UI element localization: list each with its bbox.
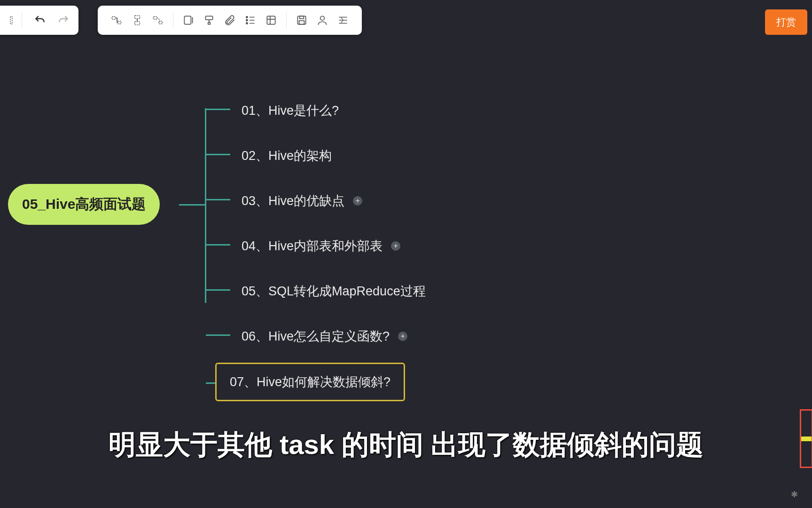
save-icon[interactable] (291, 10, 312, 31)
node-label: 05、SQL转化成MapReduce过程 (242, 283, 426, 300)
connector-line (206, 382, 215, 384)
toolbar-divider (286, 12, 287, 28)
expand-icon[interactable]: + (398, 332, 407, 341)
svg-point-16 (320, 16, 325, 20)
node-label: 06、Hive怎么自定义函数? (242, 328, 390, 345)
svg-rect-7 (184, 16, 191, 24)
user-icon[interactable] (312, 10, 333, 31)
toolbar-divider (22, 12, 22, 28)
attachment-icon[interactable] (219, 10, 240, 31)
svg-point-9 (246, 16, 248, 18)
boundary-icon[interactable] (178, 10, 199, 31)
svg-rect-5 (153, 16, 157, 19)
node-label: 01、Hive是什么? (242, 102, 339, 119)
undo-button[interactable] (30, 10, 50, 31)
connector-line (206, 289, 230, 291)
subtopic-icon[interactable] (106, 10, 127, 31)
connector-line (206, 109, 230, 110)
video-subtitle: 明显大于其他 task 的时间 出现了数据倾斜的问题 (0, 427, 812, 463)
connector-line (179, 204, 206, 206)
svg-rect-2 (117, 21, 121, 24)
connector-line (206, 244, 230, 246)
list-icon[interactable] (240, 10, 261, 31)
expand-icon[interactable]: + (391, 241, 400, 251)
svg-point-11 (246, 23, 248, 24)
tool-truncated-icon[interactable] (3, 10, 14, 31)
svg-point-10 (246, 19, 248, 21)
svg-rect-4 (135, 22, 140, 25)
svg-rect-1 (112, 16, 116, 19)
table-icon[interactable] (261, 10, 281, 31)
connector-line (205, 108, 206, 303)
redo-button[interactable] (53, 10, 74, 31)
svg-rect-0 (10, 16, 12, 24)
node-label: 03、Hive的优缺点 (242, 192, 344, 209)
node-label: 02、Hive的架构 (242, 147, 332, 164)
reward-button[interactable]: 打赏 (765, 9, 807, 35)
svg-rect-8 (205, 16, 212, 20)
mindmap-root-node[interactable]: 05_Hive高频面试题 (8, 184, 160, 225)
style-icon[interactable] (333, 10, 353, 31)
toolbar-divider (173, 12, 173, 28)
toolbar-history (0, 6, 78, 35)
svg-rect-14 (300, 16, 304, 18)
cursor-icon: ✱ (791, 489, 798, 500)
minimap-frame (800, 409, 812, 468)
node-label: 04、Hive内部表和外部表 (242, 238, 383, 254)
node-label: 07、Hive如何解决数据倾斜? (230, 373, 390, 390)
relationship-icon[interactable] (148, 10, 168, 31)
toolbar-main (98, 6, 362, 35)
expand-icon[interactable]: + (353, 196, 362, 206)
svg-rect-3 (135, 16, 140, 19)
connector-line (206, 334, 230, 336)
connector-line (206, 154, 230, 155)
sibling-topic-icon[interactable] (127, 10, 148, 31)
format-painter-icon[interactable] (199, 10, 219, 31)
svg-rect-15 (299, 21, 304, 24)
connector-line (206, 199, 230, 200)
svg-rect-12 (267, 16, 275, 24)
